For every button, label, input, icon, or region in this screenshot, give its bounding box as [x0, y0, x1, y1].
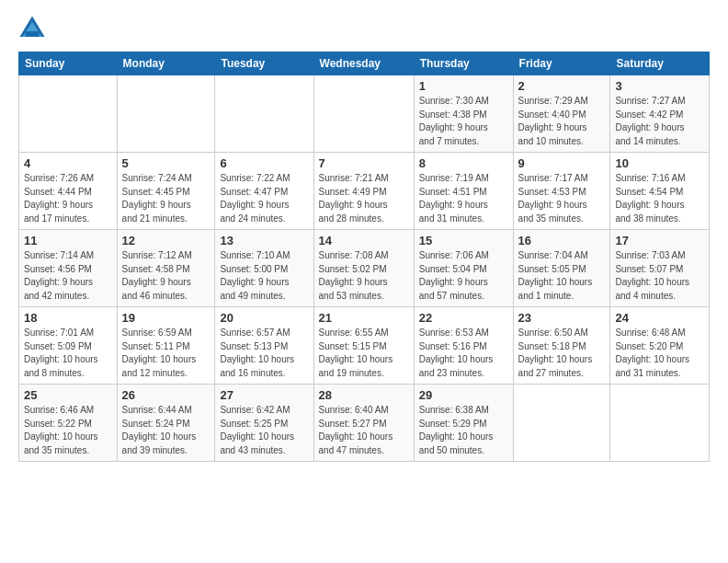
calendar-cell — [19, 75, 118, 153]
day-of-week-header: Sunday — [19, 52, 118, 75]
logo-icon — [18, 15, 46, 42]
day-info: Sunrise: 7:26 AMSunset: 4:44 PMDaylight:… — [24, 172, 112, 225]
day-number: 18 — [24, 311, 112, 325]
calendar-cell: 11Sunrise: 7:14 AMSunset: 4:56 PMDayligh… — [19, 230, 118, 307]
calendar-week-row: 4Sunrise: 7:26 AMSunset: 4:44 PMDaylight… — [19, 153, 710, 230]
day-info: Sunrise: 7:19 AMSunset: 4:51 PMDaylight:… — [419, 172, 508, 225]
day-of-week-header: Thursday — [414, 52, 513, 75]
calendar-cell: 2Sunrise: 7:29 AMSunset: 4:40 PMDaylight… — [513, 75, 610, 153]
day-info: Sunrise: 6:42 AMSunset: 5:25 PMDaylight:… — [220, 404, 308, 457]
calendar-week-row: 18Sunrise: 7:01 AMSunset: 5:09 PMDayligh… — [19, 307, 710, 385]
day-number: 15 — [419, 234, 508, 247]
day-info: Sunrise: 7:21 AMSunset: 4:49 PMDaylight:… — [319, 172, 409, 225]
calendar-cell: 17Sunrise: 7:03 AMSunset: 5:07 PMDayligh… — [610, 230, 710, 307]
day-number: 8 — [419, 156, 508, 170]
day-of-week-header: Wednesday — [313, 52, 414, 75]
calendar-cell: 10Sunrise: 7:16 AMSunset: 4:54 PMDayligh… — [610, 153, 710, 230]
day-info: Sunrise: 6:46 AMSunset: 5:22 PMDaylight:… — [24, 404, 112, 457]
day-info: Sunrise: 7:04 AMSunset: 5:05 PMDaylight:… — [518, 249, 606, 303]
day-number: 9 — [518, 156, 606, 170]
calendar-week-row: 25Sunrise: 6:46 AMSunset: 5:22 PMDayligh… — [19, 385, 710, 462]
day-number: 26 — [122, 388, 210, 402]
day-info: Sunrise: 7:24 AMSunset: 4:45 PMDaylight:… — [122, 172, 210, 225]
day-number: 20 — [220, 311, 308, 325]
calendar-cell: 18Sunrise: 7:01 AMSunset: 5:09 PMDayligh… — [19, 307, 118, 385]
day-info: Sunrise: 7:12 AMSunset: 4:58 PMDaylight:… — [122, 249, 210, 303]
day-info: Sunrise: 7:06 AMSunset: 5:04 PMDaylight:… — [419, 249, 508, 303]
day-info: Sunrise: 6:44 AMSunset: 5:24 PMDaylight:… — [122, 404, 210, 457]
day-info: Sunrise: 6:40 AMSunset: 5:27 PMDaylight:… — [319, 404, 409, 457]
day-number: 12 — [122, 234, 210, 247]
calendar-cell: 8Sunrise: 7:19 AMSunset: 4:51 PMDaylight… — [414, 153, 513, 230]
day-number: 16 — [518, 234, 606, 247]
day-of-week-header: Monday — [117, 52, 215, 75]
calendar-week-row: 1Sunrise: 7:30 AMSunset: 4:38 PMDaylight… — [19, 75, 710, 153]
calendar-week-row: 11Sunrise: 7:14 AMSunset: 4:56 PMDayligh… — [19, 230, 710, 307]
calendar-cell: 26Sunrise: 6:44 AMSunset: 5:24 PMDayligh… — [117, 385, 215, 462]
day-number: 3 — [615, 79, 704, 93]
day-info: Sunrise: 7:10 AMSunset: 5:00 PMDaylight:… — [220, 249, 308, 303]
day-number: 7 — [319, 156, 409, 170]
day-of-week-header: Tuesday — [215, 52, 313, 75]
calendar-cell: 19Sunrise: 6:59 AMSunset: 5:11 PMDayligh… — [117, 307, 215, 385]
day-info: Sunrise: 7:27 AMSunset: 4:42 PMDaylight:… — [615, 95, 704, 148]
calendar-cell — [313, 75, 414, 153]
day-number: 22 — [419, 311, 508, 325]
calendar-cell: 14Sunrise: 7:08 AMSunset: 5:02 PMDayligh… — [313, 230, 414, 307]
days-of-week-row: SundayMondayTuesdayWednesdayThursdayFrid… — [19, 52, 710, 75]
day-info: Sunrise: 7:29 AMSunset: 4:40 PMDaylight:… — [518, 95, 606, 148]
calendar-cell: 27Sunrise: 6:42 AMSunset: 5:25 PMDayligh… — [215, 385, 313, 462]
calendar-cell: 13Sunrise: 7:10 AMSunset: 5:00 PMDayligh… — [215, 230, 313, 307]
calendar-cell — [215, 75, 313, 153]
calendar-table: SundayMondayTuesdayWednesdayThursdayFrid… — [18, 52, 710, 462]
day-number: 11 — [24, 234, 112, 247]
day-number: 2 — [518, 79, 606, 93]
day-number: 17 — [615, 234, 704, 247]
calendar-cell: 15Sunrise: 7:06 AMSunset: 5:04 PMDayligh… — [414, 230, 513, 307]
calendar-cell — [513, 385, 610, 462]
day-info: Sunrise: 7:14 AMSunset: 4:56 PMDaylight:… — [24, 249, 112, 303]
calendar-body: 1Sunrise: 7:30 AMSunset: 4:38 PMDaylight… — [19, 75, 710, 462]
day-info: Sunrise: 7:30 AMSunset: 4:38 PMDaylight:… — [419, 95, 508, 148]
page: SundayMondayTuesdayWednesdayThursdayFrid… — [0, 0, 728, 471]
day-number: 28 — [319, 388, 409, 402]
day-number: 25 — [24, 388, 112, 402]
day-number: 14 — [319, 234, 409, 247]
day-info: Sunrise: 7:17 AMSunset: 4:53 PMDaylight:… — [518, 172, 606, 225]
calendar-cell: 22Sunrise: 6:53 AMSunset: 5:16 PMDayligh… — [414, 307, 513, 385]
day-of-week-header: Friday — [513, 52, 610, 75]
day-info: Sunrise: 7:16 AMSunset: 4:54 PMDaylight:… — [615, 172, 704, 225]
day-of-week-header: Saturday — [610, 52, 710, 75]
day-info: Sunrise: 7:03 AMSunset: 5:07 PMDaylight:… — [615, 249, 704, 303]
calendar-cell: 24Sunrise: 6:48 AMSunset: 5:20 PMDayligh… — [610, 307, 710, 385]
day-info: Sunrise: 7:01 AMSunset: 5:09 PMDaylight:… — [24, 327, 112, 380]
day-info: Sunrise: 7:22 AMSunset: 4:47 PMDaylight:… — [220, 172, 308, 225]
header — [18, 15, 710, 42]
calendar-cell: 3Sunrise: 7:27 AMSunset: 4:42 PMDaylight… — [610, 75, 710, 153]
day-info: Sunrise: 6:57 AMSunset: 5:13 PMDaylight:… — [220, 327, 308, 380]
day-number: 6 — [220, 156, 308, 170]
day-info: Sunrise: 6:48 AMSunset: 5:20 PMDaylight:… — [615, 327, 704, 380]
day-number: 4 — [24, 156, 112, 170]
calendar-cell: 25Sunrise: 6:46 AMSunset: 5:22 PMDayligh… — [19, 385, 118, 462]
calendar-cell: 7Sunrise: 7:21 AMSunset: 4:49 PMDaylight… — [313, 153, 414, 230]
day-info: Sunrise: 6:55 AMSunset: 5:15 PMDaylight:… — [319, 327, 409, 380]
day-info: Sunrise: 6:59 AMSunset: 5:11 PMDaylight:… — [122, 327, 210, 380]
day-number: 10 — [615, 156, 704, 170]
svg-rect-2 — [26, 31, 40, 37]
calendar-cell: 23Sunrise: 6:50 AMSunset: 5:18 PMDayligh… — [513, 307, 610, 385]
day-info: Sunrise: 6:38 AMSunset: 5:29 PMDaylight:… — [419, 404, 508, 457]
calendar-cell: 28Sunrise: 6:40 AMSunset: 5:27 PMDayligh… — [313, 385, 414, 462]
calendar-cell: 16Sunrise: 7:04 AMSunset: 5:05 PMDayligh… — [513, 230, 610, 307]
calendar-cell: 1Sunrise: 7:30 AMSunset: 4:38 PMDaylight… — [414, 75, 513, 153]
calendar-cell: 9Sunrise: 7:17 AMSunset: 4:53 PMDaylight… — [513, 153, 610, 230]
day-info: Sunrise: 6:53 AMSunset: 5:16 PMDaylight:… — [419, 327, 508, 380]
day-number: 19 — [122, 311, 210, 325]
calendar-header: SundayMondayTuesdayWednesdayThursdayFrid… — [19, 52, 710, 75]
calendar-cell: 4Sunrise: 7:26 AMSunset: 4:44 PMDaylight… — [19, 153, 118, 230]
day-info: Sunrise: 6:50 AMSunset: 5:18 PMDaylight:… — [518, 327, 606, 380]
calendar-cell — [117, 75, 215, 153]
calendar-cell: 21Sunrise: 6:55 AMSunset: 5:15 PMDayligh… — [313, 307, 414, 385]
day-number: 23 — [518, 311, 606, 325]
day-number: 27 — [220, 388, 308, 402]
